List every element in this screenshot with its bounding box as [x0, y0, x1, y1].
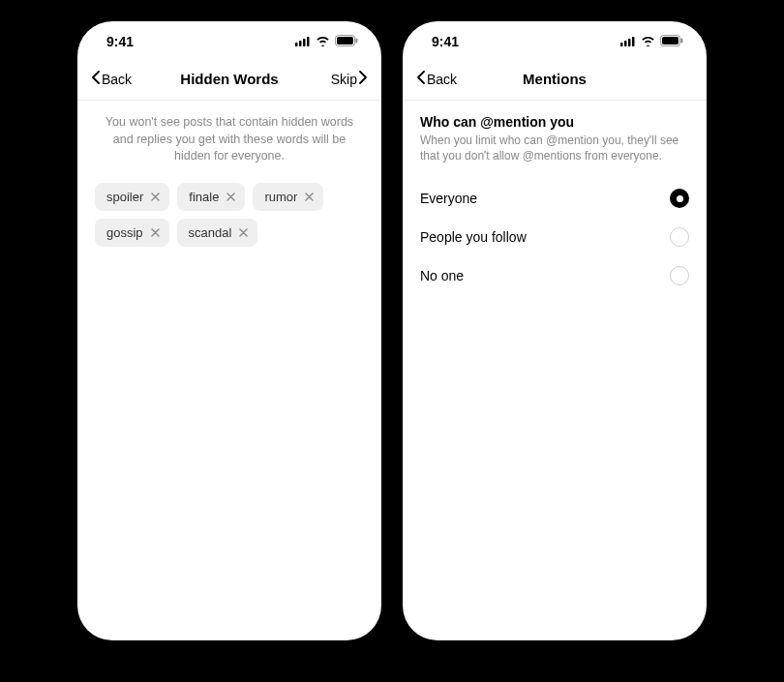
back-button[interactable]: Back: [416, 71, 457, 87]
status-icons: [295, 34, 358, 49]
radio-unselected-icon: [670, 227, 689, 247]
phone-hidden-words: 9:41 Back Hidden Words Skip: [77, 21, 381, 640]
chip-label: gossip: [106, 225, 143, 240]
svg-rect-10: [632, 37, 635, 46]
svg-rect-6: [356, 39, 358, 44]
back-label: Back: [427, 72, 457, 87]
nav-bar: Back Mentions: [403, 62, 707, 101]
section-description: When you limit who can @mention you, the…: [420, 133, 689, 163]
chevron-left-icon: [416, 71, 425, 87]
content-area: Who can @mention you When you limit who …: [403, 101, 707, 640]
status-time: 9:41: [106, 34, 134, 49]
wifi-icon: [316, 34, 330, 49]
chip-label: finale: [189, 190, 219, 204]
mention-option-following[interactable]: People you follow: [420, 218, 689, 256]
page-title: Mentions: [523, 71, 587, 87]
cellular-icon: [620, 34, 636, 49]
chip-label: scandal: [189, 225, 232, 240]
svg-rect-9: [628, 39, 631, 46]
mention-option-noone[interactable]: No one: [420, 256, 689, 295]
page-title: Hidden Words: [180, 71, 278, 87]
remove-chip-icon[interactable]: [305, 193, 314, 201]
chevron-right-icon: [359, 71, 368, 87]
cellular-icon: [295, 34, 311, 49]
phone-mentions: 9:41 Back Mentions Who can @mention you …: [403, 21, 707, 640]
svg-rect-2: [303, 39, 306, 46]
hidden-word-chip[interactable]: gossip: [95, 219, 169, 247]
back-label: Back: [102, 72, 132, 87]
status-icons: [620, 34, 683, 49]
battery-icon: [660, 34, 683, 49]
skip-label: Skip: [331, 72, 357, 87]
radio-selected-icon: [670, 189, 689, 208]
section-title: Who can @mention you: [420, 114, 689, 130]
chevron-left-icon: [91, 71, 100, 87]
option-label: Everyone: [420, 191, 477, 206]
description-text: You won't see posts that contain hidden …: [95, 114, 364, 165]
svg-rect-3: [307, 37, 310, 46]
remove-chip-icon[interactable]: [226, 193, 235, 201]
svg-rect-13: [681, 39, 683, 44]
svg-rect-7: [620, 43, 623, 46]
radio-unselected-icon: [670, 266, 689, 285]
remove-chip-icon[interactable]: [151, 193, 160, 201]
skip-button[interactable]: Skip: [331, 71, 368, 87]
content-area: You won't see posts that contain hidden …: [77, 101, 381, 640]
svg-rect-0: [295, 43, 298, 46]
back-button[interactable]: Back: [91, 71, 132, 87]
option-label: No one: [420, 268, 464, 283]
remove-chip-icon[interactable]: [151, 228, 160, 237]
wifi-icon: [641, 34, 655, 49]
nav-bar: Back Hidden Words Skip: [77, 62, 381, 101]
status-bar: 9:41: [77, 21, 381, 62]
mention-option-everyone[interactable]: Everyone: [420, 179, 689, 218]
svg-rect-5: [337, 37, 353, 44]
chip-label: rumor: [264, 190, 297, 204]
svg-rect-1: [299, 41, 302, 46]
svg-rect-8: [624, 41, 627, 46]
option-label: People you follow: [420, 229, 527, 245]
status-time: 9:41: [432, 34, 459, 49]
battery-icon: [335, 34, 358, 49]
hidden-word-chip[interactable]: scandal: [177, 219, 258, 247]
status-bar: 9:41: [403, 21, 707, 62]
hidden-word-chip[interactable]: finale: [177, 183, 245, 211]
hidden-word-chip[interactable]: spoiler: [95, 183, 169, 211]
svg-rect-12: [662, 37, 678, 44]
hidden-word-chip[interactable]: rumor: [253, 183, 323, 211]
hidden-words-chip-list: spoiler finale rumor gossip scandal: [95, 183, 364, 247]
chip-label: spoiler: [106, 190, 143, 204]
remove-chip-icon[interactable]: [239, 228, 248, 237]
